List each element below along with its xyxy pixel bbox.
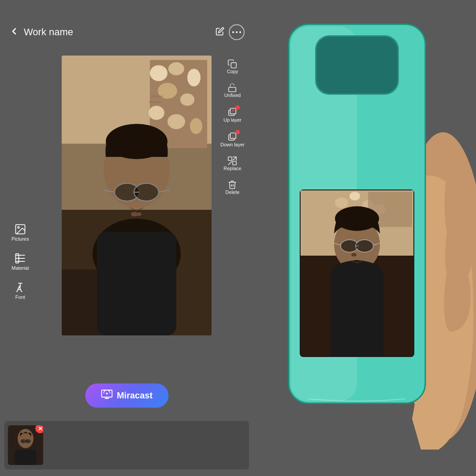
svg-point-15 (167, 114, 185, 129)
edit-icon[interactable] (216, 27, 224, 38)
svg-rect-42 (233, 161, 236, 165)
phone-case-preview (253, 0, 476, 476)
svg-point-1 (236, 31, 238, 33)
unfixed-label: Unfixed (224, 93, 241, 98)
up-layer-label: Up layer (223, 117, 242, 123)
main-image: Tomyam Red Rice (62, 56, 212, 335)
svg-rect-41 (228, 157, 232, 160)
svg-point-44 (106, 393, 108, 394)
back-button[interactable] (9, 26, 19, 38)
up-layer-tool[interactable]: Up layer (216, 103, 249, 126)
down-layer-tool[interactable]: Down layer (216, 128, 249, 151)
delete-label: Delete (226, 190, 240, 195)
left-panel: Work name Pictures (0, 0, 253, 476)
unfixed-tool[interactable]: Unfixed (216, 79, 249, 101)
thumbnail-strip: ✕ (4, 421, 249, 469)
svg-text:Tomyam: Tomyam (150, 94, 164, 98)
material-label: Material (11, 265, 29, 271)
font-label: Font (15, 294, 25, 300)
more-button[interactable] (229, 24, 245, 40)
svg-point-4 (18, 227, 19, 228)
right-panel (253, 0, 476, 476)
svg-point-11 (187, 69, 201, 86)
svg-rect-35 (231, 63, 237, 68)
svg-point-61 (335, 197, 348, 208)
delete-tool[interactable]: Delete (216, 176, 249, 198)
thumbnail-item[interactable]: ✕ (8, 425, 43, 465)
svg-rect-49 (15, 450, 37, 465)
tool-pictures[interactable]: Pictures (9, 219, 32, 245)
canvas-area: Pictures Material Font (0, 47, 253, 476)
pictures-label: Pictures (11, 236, 29, 242)
svg-point-13 (180, 93, 194, 106)
header: Work name (0, 0, 253, 47)
svg-point-62 (350, 192, 360, 201)
svg-point-68 (335, 206, 379, 231)
copy-label: Copy (227, 69, 238, 74)
tool-material[interactable]: Material (9, 249, 32, 274)
svg-point-2 (239, 31, 241, 33)
up-layer-icon-wrap (227, 107, 237, 117)
svg-point-74 (351, 253, 357, 257)
down-layer-badge (235, 130, 240, 134)
svg-point-34 (136, 212, 141, 216)
down-layer-label: Down layer (220, 142, 245, 147)
miracast-icon (101, 390, 112, 402)
miracast-button[interactable]: Miracast (85, 383, 168, 408)
svg-point-46 (18, 429, 33, 448)
svg-rect-36 (229, 87, 236, 92)
main-canvas[interactable]: Tomyam Red Rice (62, 56, 212, 335)
svg-point-48 (25, 439, 31, 443)
right-context-menu: Copy Unfixed (216, 56, 249, 198)
svg-point-9 (150, 65, 167, 81)
copy-tool[interactable]: Copy (216, 56, 249, 78)
svg-point-0 (232, 31, 234, 33)
down-layer-icon-wrap (227, 131, 237, 142)
svg-point-14 (149, 106, 164, 120)
tool-font[interactable]: Font (9, 278, 32, 303)
svg-point-10 (168, 62, 184, 75)
miracast-label: Miracast (117, 390, 152, 401)
svg-rect-56 (316, 37, 398, 93)
svg-point-16 (190, 118, 202, 134)
replace-tool[interactable]: Replace (216, 152, 249, 175)
svg-rect-32 (97, 232, 176, 335)
replace-label: Replace (223, 166, 241, 171)
left-tools: Pictures Material Font (9, 219, 32, 303)
svg-text:Red Rice: Red Rice (149, 100, 162, 104)
work-title: Work name (24, 26, 208, 38)
up-layer-badge (235, 105, 240, 110)
